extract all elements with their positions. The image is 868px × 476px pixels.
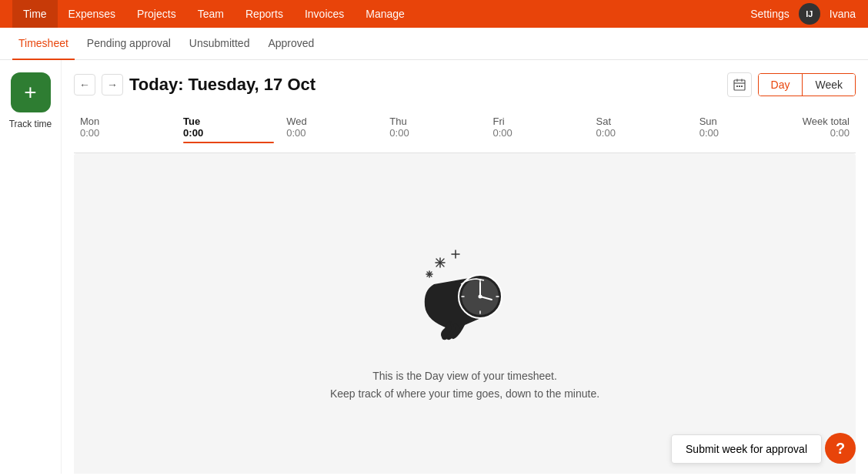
empty-state-line2: Keep track of where your time goes, down… (330, 385, 599, 402)
week-view-button[interactable]: Week (803, 74, 855, 96)
calendar-icon (733, 79, 746, 91)
day-hours-sun: 0:00 (699, 127, 790, 139)
nav-item-manage[interactable]: Manage (355, 0, 416, 28)
track-time-label: Track time (9, 119, 52, 129)
day-hours-thu: 0:00 (389, 127, 480, 139)
nav-item-expenses[interactable]: Expenses (58, 0, 126, 28)
day-hours-fri: 0:00 (492, 127, 583, 139)
week-total-value: 0:00 (803, 127, 850, 139)
calendar-panel: ← → Today: Tuesday, 17 Oct (62, 60, 868, 474)
nav-item-time[interactable]: Time (12, 0, 58, 28)
sub-nav: Timesheet Pending approval Unsubmitted A… (0, 28, 868, 60)
day-tue[interactable]: Tue 0:00 (177, 112, 280, 146)
date-header-left: ← → Today: Tuesday, 17 Oct (74, 74, 315, 96)
day-fri[interactable]: Fri 0:00 (486, 112, 589, 146)
svg-rect-6 (741, 85, 743, 87)
day-name-mon: Mon (80, 116, 171, 127)
avatar: IJ (799, 3, 820, 25)
date-header: ← → Today: Tuesday, 17 Oct (74, 72, 856, 97)
nav-item-team[interactable]: Team (187, 0, 235, 28)
track-time-button[interactable]: + (11, 72, 51, 112)
main-content: + Track time ← → Today: Tuesday, 17 Oct (0, 60, 868, 474)
day-active-indicator (183, 142, 274, 143)
sidebar: + Track time (0, 60, 62, 474)
empty-state-illustration (403, 229, 526, 352)
day-name-thu: Thu (389, 116, 480, 127)
day-hours-tue: 0:00 (183, 127, 274, 139)
date-title: Today: Tuesday, 17 Oct (129, 75, 315, 95)
sub-nav-approved[interactable]: Approved (262, 28, 320, 60)
bottom-bar: Submit week for approval (671, 434, 822, 464)
prev-day-button[interactable]: ← (74, 74, 95, 96)
settings-link[interactable]: Settings (750, 8, 790, 20)
day-wed[interactable]: Wed 0:00 (280, 112, 383, 146)
timesheet-illustration (403, 229, 526, 352)
help-button[interactable]: ? (825, 433, 856, 464)
day-hours-wed: 0:00 (286, 127, 377, 139)
svg-point-21 (479, 295, 482, 299)
empty-state-line1: This is the Day view of your timesheet. (330, 367, 599, 384)
empty-state: This is the Day view of your timesheet. … (74, 153, 856, 474)
nav-left: Time Expenses Projects Team Reports Invo… (12, 0, 416, 28)
svg-rect-4 (736, 85, 738, 87)
nav-item-reports[interactable]: Reports (235, 0, 294, 28)
sub-nav-pending[interactable]: Pending approval (81, 28, 177, 60)
day-name-wed: Wed (286, 116, 377, 127)
day-name-sat: Sat (596, 116, 687, 127)
nav-item-invoices[interactable]: Invoices (294, 0, 355, 28)
day-thu[interactable]: Thu 0:00 (383, 112, 486, 146)
day-sat[interactable]: Sat 0:00 (590, 112, 693, 146)
date-header-right: Day Week (727, 72, 856, 97)
week-total-label: Week total (803, 116, 850, 127)
view-toggle: Day Week (758, 73, 856, 96)
day-sun[interactable]: Sun 0:00 (693, 112, 796, 146)
nav-item-projects[interactable]: Projects (126, 0, 187, 28)
day-hours-mon: 0:00 (80, 127, 171, 139)
top-nav: Time Expenses Projects Team Reports Invo… (0, 0, 868, 28)
plus-icon: + (24, 82, 36, 103)
nav-right: Settings IJ Ivana (750, 3, 856, 25)
svg-rect-0 (734, 80, 745, 90)
week-row: Mon 0:00 Tue 0:00 Wed 0:00 Thu 0:00 Fri … (74, 112, 856, 153)
sub-nav-unsubmitted[interactable]: Unsubmitted (183, 28, 256, 60)
day-view-button[interactable]: Day (759, 74, 803, 96)
user-name[interactable]: Ivana (830, 8, 856, 20)
calendar-picker-button[interactable] (727, 72, 752, 97)
day-name-tue: Tue (183, 116, 274, 127)
submit-week-button[interactable]: Submit week for approval (671, 434, 822, 464)
day-name-fri: Fri (492, 116, 583, 127)
empty-state-text: This is the Day view of your timesheet. … (330, 367, 599, 402)
week-total: Week total 0:00 (796, 112, 856, 146)
next-day-button[interactable]: → (102, 74, 123, 96)
sub-nav-timesheet[interactable]: Timesheet (12, 28, 75, 60)
day-mon[interactable]: Mon 0:00 (74, 112, 177, 146)
day-name-sun: Sun (699, 116, 790, 127)
svg-rect-5 (739, 85, 740, 87)
day-hours-sat: 0:00 (596, 127, 687, 139)
